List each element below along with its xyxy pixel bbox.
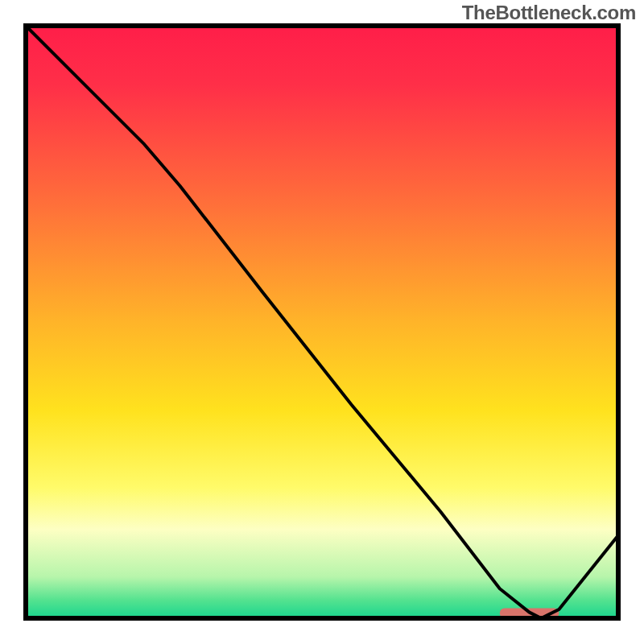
chart-svg: [0, 0, 644, 644]
chart-container: TheBottleneck.com: [0, 0, 644, 644]
watermark-text: TheBottleneck.com: [462, 2, 636, 24]
